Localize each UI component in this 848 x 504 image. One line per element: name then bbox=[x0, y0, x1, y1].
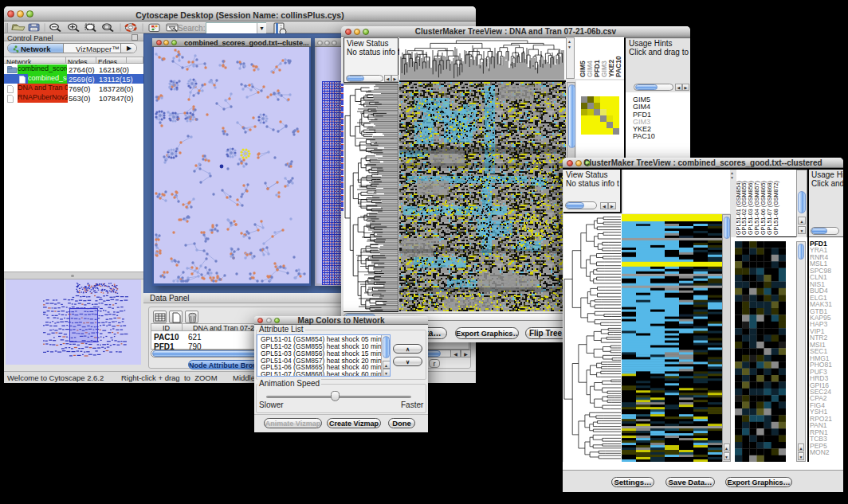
svg-text:PAC10: PAC10 bbox=[614, 56, 622, 77]
svg-text:GPL51-08 (GSM872): GPL51-08 (GSM872) bbox=[772, 181, 779, 235]
